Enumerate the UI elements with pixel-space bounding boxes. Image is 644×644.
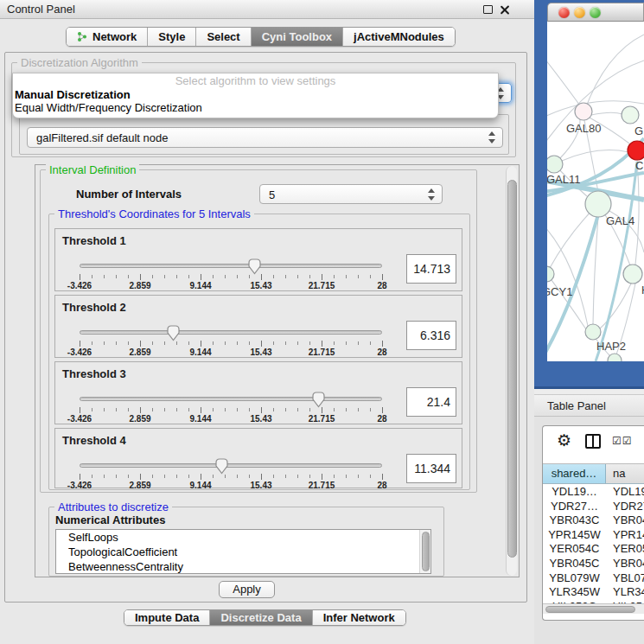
close-icon[interactable]: [500, 4, 510, 15]
threshold-value-field[interactable]: 21.4: [406, 387, 456, 417]
threshold-slider-track[interactable]: [80, 330, 382, 335]
tab-jactivemnodules[interactable]: jActiveMNodules: [342, 28, 455, 46]
network-node[interactable]: [585, 324, 601, 340]
tab-select[interactable]: Select: [195, 28, 250, 46]
threshold-slider-thumb[interactable]: [311, 391, 326, 408]
attribute-list-item[interactable]: BetweennessCentrality: [56, 559, 430, 574]
dropdown-option[interactable]: Equal Width/Frequency Discretization: [13, 101, 498, 114]
combo-stepper-icon[interactable]: [488, 131, 496, 143]
thresholds-group: Threshold's Coordinates for 5 Intervals …: [48, 214, 470, 490]
network-canvas[interactable]: GAL80GCGAL11GAL4GCY1HHAP2: [547, 22, 644, 361]
tab-cyni-toolbox[interactable]: Cyni Toolbox: [251, 28, 342, 46]
attribute-list-item[interactable]: TopologicalCoefficient: [56, 545, 430, 559]
threshold-value-field[interactable]: 14.713: [406, 254, 456, 284]
tick-label: 21.715: [303, 281, 341, 290]
table-row[interactable]: YPR145WYPR14: [543, 528, 644, 543]
cell-name: YER05: [606, 542, 644, 557]
app-root: Control Panel NetworkStyleSelectCyni Too…: [0, 0, 644, 644]
scrollbar-thumb[interactable]: [422, 532, 430, 571]
zoom-traffic-light-icon[interactable]: [590, 7, 601, 18]
threshold-slider-track[interactable]: [80, 264, 382, 268]
network-node[interactable]: [623, 265, 642, 284]
tick-label: 9.144: [182, 281, 220, 290]
network-node[interactable]: [547, 156, 563, 173]
attribute-list-item[interactable]: SelfLoops: [56, 530, 430, 545]
tab-impute-data[interactable]: Impute Data: [124, 610, 209, 625]
tick-label: 28: [363, 481, 401, 490]
numerical-attributes-list: SelfLoopsTopologicalCoefficientBetweenne…: [55, 529, 431, 574]
tab-label: Network: [92, 30, 137, 43]
tab-label: Infer Network: [323, 611, 395, 624]
table-row[interactable]: YBR045CYBR04: [543, 557, 644, 571]
tick-label: 9.144: [182, 481, 220, 490]
horizontal-scrollbar[interactable]: [543, 603, 644, 614]
table-row[interactable]: YBL079WYBL07: [543, 571, 644, 586]
tab-label: Style: [158, 30, 185, 43]
column-header-shared[interactable]: shared…: [543, 464, 606, 483]
algorithm-dropdown-popup: Select algorithm to view settings Manual…: [12, 73, 499, 118]
threshold-row: Threshold 4 -3.4262.8599.14415.4321.7152…: [54, 428, 462, 488]
cell-name: YBR04: [606, 557, 644, 571]
table-row[interactable]: YDR27…YDR27: [543, 500, 644, 514]
threshold-slider-thumb[interactable]: [166, 324, 181, 341]
tick-label: -3.426: [61, 281, 99, 290]
tick-label: 15.43: [242, 281, 280, 290]
network-node[interactable]: [622, 106, 639, 124]
network-node[interactable]: [547, 266, 554, 282]
threshold-row: Threshold 2 -3.4262.8599.14415.4321.7152…: [54, 295, 462, 358]
table-row[interactable]: YBR043CYBR04: [543, 513, 644, 528]
tab-network[interactable]: Network: [67, 28, 147, 46]
dropdown-hint: Select algorithm to view settings: [13, 73, 498, 88]
table-panel-title: Table Panel: [547, 399, 606, 412]
float-window-icon[interactable]: [483, 5, 493, 14]
cell-shared-name: YDR27…: [543, 500, 606, 514]
network-node[interactable]: [585, 191, 611, 217]
threshold-label: Threshold 4: [62, 434, 126, 447]
tick-label: 15.43: [242, 481, 280, 490]
network-view-window: GAL80GCGAL11GAL4GCY1HHAP2: [534, 0, 644, 389]
vertical-scrollbar[interactable]: [506, 166, 517, 576]
tick-label: 2.859: [121, 414, 159, 424]
table-data-combobox[interactable]: galFiltered.sif default node: [27, 127, 503, 148]
network-node[interactable]: [575, 103, 592, 120]
split-columns-icon[interactable]: [585, 434, 601, 449]
tick-label: 15.43: [242, 414, 280, 424]
apply-button[interactable]: Apply: [219, 581, 275, 598]
close-traffic-light-icon[interactable]: [558, 7, 570, 18]
threshold-value-field[interactable]: 11.344: [406, 454, 456, 483]
threshold-slider-thumb[interactable]: [214, 457, 229, 475]
number-of-intervals-combobox[interactable]: 5: [259, 184, 443, 204]
threshold-label: Threshold 1: [62, 234, 126, 247]
tick-label: 15.43: [242, 348, 280, 357]
network-node[interactable]: [608, 354, 622, 361]
dropdown-option[interactable]: Manual Discretization: [13, 88, 498, 101]
group-title: Threshold's Coordinates for 5 Intervals: [54, 207, 254, 220]
network-window-titlebar[interactable]: [547, 3, 644, 22]
threshold-slider-track[interactable]: [80, 463, 382, 468]
combo-stepper-icon[interactable]: [428, 188, 436, 201]
gear-icon[interactable]: ⚙: [557, 432, 571, 450]
checkbox-icons[interactable]: ☑☑: [612, 435, 633, 447]
minimize-traffic-light-icon[interactable]: [574, 7, 585, 18]
table-row[interactable]: YER054CYER05: [543, 542, 644, 557]
table-rows: YDL19…YDL19YDR27…YDR27YBR043CYBR04YPR145…: [543, 485, 644, 603]
table-row[interactable]: YLR345WYLR34: [543, 585, 644, 600]
column-header-name[interactable]: na: [606, 464, 644, 483]
network-node[interactable]: [628, 141, 644, 160]
tab-discretize-data[interactable]: Discretize Data: [209, 610, 311, 625]
table-row[interactable]: YDL19…YDL19: [543, 485, 644, 500]
threshold-slider-thumb[interactable]: [247, 258, 262, 275]
scrollbar-thumb[interactable]: [507, 180, 517, 558]
network-node-label: GCY1: [547, 285, 572, 298]
tick-label: -3.426: [61, 481, 99, 490]
list-scrollbar[interactable]: [419, 530, 430, 573]
network-node-label: G: [634, 124, 643, 137]
threshold-value-field[interactable]: 6.316: [406, 321, 456, 350]
group-title: Discretization Algorithm: [17, 56, 142, 69]
network-node-label: HAP2: [596, 340, 626, 353]
scrollbar-thumb[interactable]: [545, 606, 635, 613]
tab-style[interactable]: Style: [147, 28, 195, 46]
tab-infer-network[interactable]: Infer Network: [312, 610, 405, 625]
threshold-slider-track[interactable]: [80, 397, 382, 401]
tick-label: -3.426: [61, 414, 99, 424]
